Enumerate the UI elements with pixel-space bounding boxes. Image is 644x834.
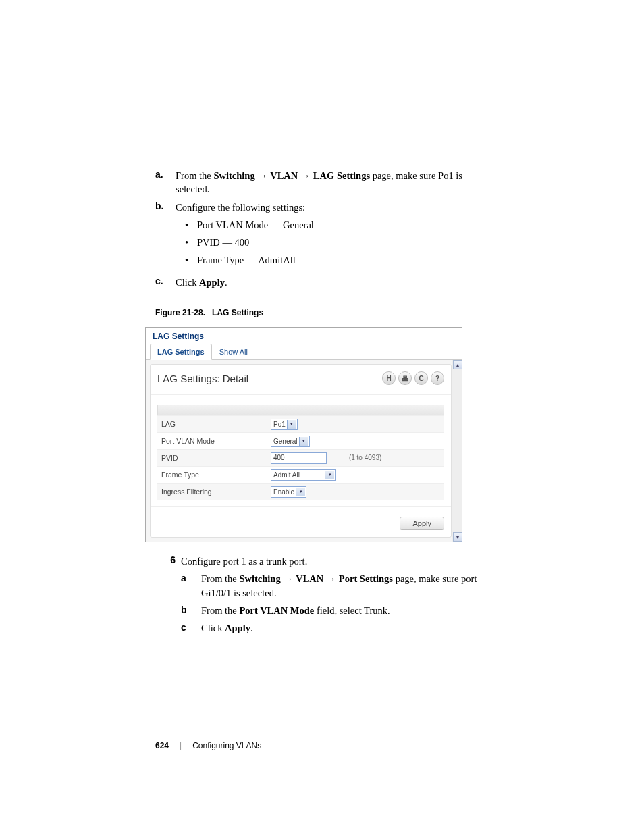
page-number: 624 <box>155 741 169 750</box>
step-6a-marker: a <box>181 572 201 600</box>
tab-lag-settings[interactable]: LAG Settings <box>150 344 212 360</box>
settings-table: LAG Po1▾ Port VLAN Mode General▾ <box>157 415 444 500</box>
step-a-marker: a. <box>155 169 176 197</box>
detail-panel: LAG Settings: Detail H 🖶 C ? LAG <box>150 364 452 538</box>
step-6b-content: From the Port VLAN Mode field, select Tr… <box>201 604 489 617</box>
step-c-marker: c. <box>155 276 176 289</box>
frame-select[interactable]: Admit All▾ <box>271 469 336 481</box>
scroll-up-icon[interactable]: ▴ <box>453 360 462 369</box>
row-pvid-label: PVID <box>157 450 267 467</box>
pvid-input[interactable]: 400 <box>271 452 327 464</box>
help-icon[interactable]: ? <box>431 371 444 385</box>
save-icon[interactable]: H <box>382 371 396 385</box>
step-6b-marker: b <box>181 604 201 617</box>
ingress-select[interactable]: Enable▾ <box>271 486 306 498</box>
lag-select[interactable]: Po1▾ <box>271 419 298 430</box>
row-frame-label: Frame Type <box>157 467 267 484</box>
step-6-intro: Configure port 1 as a trunk port. <box>181 554 489 568</box>
tab-show-all[interactable]: Show All <box>212 344 255 360</box>
step-6c-content: Click Apply. <box>201 621 489 635</box>
chevron-down-icon: ▾ <box>299 437 308 446</box>
window-title: LAG Settings <box>146 328 462 344</box>
print-icon[interactable]: 🖶 <box>398 371 412 385</box>
grid-header-bar <box>157 405 444 415</box>
apply-button[interactable]: Apply <box>400 517 444 530</box>
row-lag-label: LAG <box>157 416 267 433</box>
pvid-hint: (1 to 4093) <box>349 454 381 461</box>
step-6c-marker: c <box>181 621 201 635</box>
row-mode-label: Port VLAN Mode <box>157 433 267 450</box>
step-6a-content: From the Switching → VLAN → Port Setting… <box>201 572 489 600</box>
step-b-content: Configure the following settings: Port V… <box>176 201 489 271</box>
panel-title: LAG Settings: Detail <box>157 373 248 384</box>
bullet-item: Frame Type — AdmitAll <box>185 253 489 267</box>
step-c-content: Click Apply. <box>176 276 489 289</box>
chevron-down-icon: ▾ <box>325 471 334 479</box>
chevron-down-icon: ▾ <box>296 488 305 496</box>
bullet-item: PVID — 400 <box>185 236 489 249</box>
scrollbar[interactable]: ▴ ▾ <box>452 360 462 542</box>
mode-select[interactable]: General▾ <box>271 436 310 447</box>
row-ingress-label: Ingress Filtering <box>157 484 267 500</box>
bullet-item: Port VLAN Mode — General <box>185 218 489 232</box>
lag-settings-screenshot: LAG Settings LAG Settings Show All LAG S… <box>145 327 462 542</box>
page-footer: 624 | Configuring VLANs <box>155 741 489 750</box>
tab-bar: LAG Settings Show All <box>146 344 462 360</box>
figure-caption: Figure 21-28. LAG Settings <box>155 308 489 317</box>
scroll-down-icon[interactable]: ▾ <box>453 532 462 542</box>
step-a-content: From the Switching → VLAN → LAG Settings… <box>176 169 489 197</box>
step-b-marker: b. <box>155 201 176 271</box>
step-6-marker: 6 <box>155 554 176 639</box>
step-6: 6 Configure port 1 as a trunk port. a Fr… <box>155 554 489 639</box>
sub-steps-list: a. From the Switching → VLAN → LAG Setti… <box>155 169 489 289</box>
footer-divider: | <box>180 741 182 750</box>
chevron-down-icon: ▾ <box>287 420 296 429</box>
step-b-bullets: Port VLAN Mode — General PVID — 400 Fram… <box>185 218 489 267</box>
refresh-icon[interactable]: C <box>414 371 428 385</box>
footer-section: Configuring VLANs <box>192 741 261 750</box>
